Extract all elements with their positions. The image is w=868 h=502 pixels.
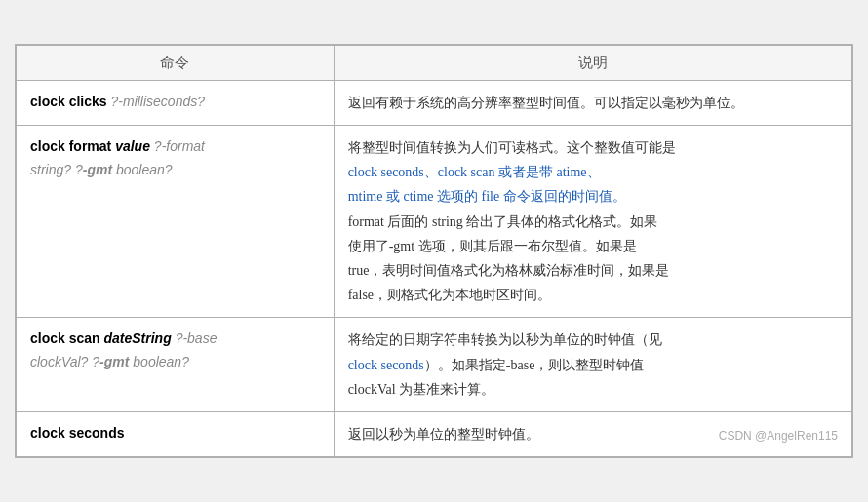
main-table-container: 命令 说明 clock clicks ?-milliseconds? 返回有赖于… — [15, 44, 853, 458]
watermark-text: CSDN @AngelRen115 — [719, 426, 838, 447]
desc-cell-scan: 将给定的日期字符串转换为以秒为单位的时钟值（见 clock seconds）。如… — [334, 318, 851, 412]
desc-cell-clicks: 返回有赖于系统的高分辨率整型时间值。可以指定以毫秒为单位。 — [334, 80, 851, 125]
desc-cell-format: 将整型时间值转换为人们可读格式。这个整数值可能是 clock seconds、c… — [334, 126, 851, 318]
cmd-cell-scan: clock scan dateString ?-baseclockVal? ?-… — [17, 318, 335, 412]
desc-format-blue1: clock seconds、clock scan 或者是带 atime、 — [348, 165, 601, 179]
cmd-seconds-bold: clock seconds — [30, 425, 125, 441]
cmd-cell-format: clock format value ?-formatstring? ?-gmt… — [17, 126, 335, 318]
last-row-wrapper: 返回以秒为单位的整型时钟值。 CSDN @AngelRen115 — [348, 422, 838, 446]
table-row: clock format value ?-formatstring? ?-gmt… — [17, 126, 852, 318]
cmd-format-opt2: ?-gmt boolean? — [75, 162, 173, 177]
table-header-row: 命令 说明 — [17, 45, 852, 80]
command-table: 命令 说明 clock clicks ?-milliseconds? 返回有赖于… — [16, 45, 852, 457]
header-cmd: 命令 — [17, 45, 335, 80]
cmd-format-bold: clock format — [30, 138, 111, 154]
desc-cell-seconds: 返回以秒为单位的整型时钟值。 CSDN @AngelRen115 — [334, 411, 851, 456]
desc-format-blue2: mtime 或 ctime 选项的 file 命令返回的时间值。 — [348, 189, 626, 204]
cmd-clicks-bold: clock clicks — [30, 94, 107, 109]
cmd-cell-clicks: clock clicks ?-milliseconds? — [17, 80, 335, 125]
table-row: clock seconds 返回以秒为单位的整型时钟值。 CSDN @Angel… — [17, 411, 852, 456]
cmd-cell-seconds: clock seconds — [17, 411, 335, 456]
cmd-clicks-text: clock clicks ?-milliseconds? — [30, 94, 205, 109]
cmd-scan-bold: clock scan — [30, 330, 100, 346]
table-row: clock clicks ?-milliseconds? 返回有赖于系统的高分辨… — [17, 80, 852, 125]
header-desc: 说明 — [334, 45, 851, 80]
table-row: clock scan dateString ?-baseclockVal? ?-… — [17, 318, 852, 412]
desc-scan-blue: clock seconds — [348, 358, 424, 372]
cmd-scan-opt2: ?-gmt boolean? — [92, 354, 189, 369]
cmd-format-value: value — [115, 138, 150, 154]
desc-seconds-text: 返回以秒为单位的整型时钟值。 — [348, 422, 539, 446]
cmd-clicks-opt: ?-milliseconds? — [111, 94, 205, 109]
cmd-scan-datestring: dateString — [104, 330, 172, 346]
